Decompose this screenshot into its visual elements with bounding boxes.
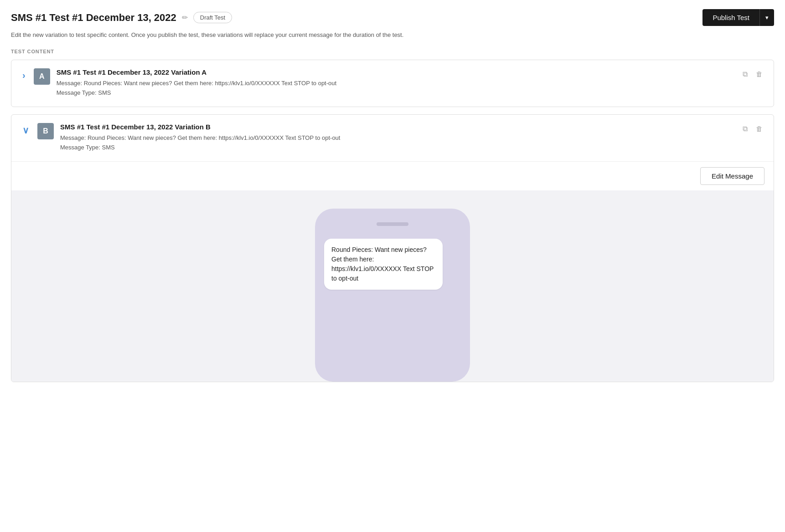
edit-message-row: Edit Message [11, 162, 774, 190]
variation-a-type: Message Type: SMS [57, 88, 734, 97]
variation-b-info: SMS #1 Test #1 December 13, 2022 Variati… [60, 123, 734, 153]
variation-a-card: › A SMS #1 Test #1 December 13, 2022 Var… [11, 60, 774, 107]
variation-a-actions: ⧉ 🗑 [741, 68, 764, 80]
header-right: Publish Test ▾ [702, 9, 774, 26]
variation-a-message: Message: Round Pieces: Want new pieces? … [57, 79, 734, 88]
phone-preview-area: Round Pieces: Want new pieces? Get them … [11, 190, 774, 382]
subtitle-text: Edit the new variation to test specific … [11, 31, 774, 40]
variation-b-avatar: B [37, 123, 54, 139]
page-container: SMS #1 Test #1 December 13, 2022 ✏ Draft… [0, 0, 785, 399]
variation-a-avatar: A [34, 68, 50, 85]
edit-icon[interactable]: ✏ [182, 13, 188, 22]
phone-mockup: Round Pieces: Want new pieces? Get them … [315, 209, 470, 382]
variation-a-title: SMS #1 Test #1 December 13, 2022 Variati… [57, 68, 734, 76]
variation-a-info: SMS #1 Test #1 December 13, 2022 Variati… [57, 68, 734, 98]
variation-a-chevron[interactable]: › [21, 69, 27, 82]
edit-message-button[interactable]: Edit Message [700, 167, 764, 185]
variation-a-header: › A SMS #1 Test #1 December 13, 2022 Var… [11, 60, 774, 107]
variation-b-copy-button[interactable]: ⧉ [741, 123, 749, 135]
variation-a-delete-button[interactable]: 🗑 [754, 68, 764, 80]
variation-b-header: ∨ B SMS #1 Test #1 December 13, 2022 Var… [11, 115, 774, 161]
variation-b-actions: ⧉ 🗑 [741, 123, 764, 135]
variation-b-title: SMS #1 Test #1 December 13, 2022 Variati… [60, 123, 734, 131]
variation-a-copy-button[interactable]: ⧉ [741, 68, 749, 80]
trash-icon-b: 🗑 [756, 125, 763, 133]
section-label: TEST CONTENT [11, 49, 774, 54]
variation-b-card: ∨ B SMS #1 Test #1 December 13, 2022 Var… [11, 114, 774, 382]
trash-icon: 🗑 [756, 70, 763, 78]
publish-dropdown-button[interactable]: ▾ [759, 9, 774, 26]
variation-b-message: Message: Round Pieces: Want new pieces? … [60, 133, 734, 143]
sms-bubble: Round Pieces: Want new pieces? Get them … [324, 239, 443, 290]
copy-icon: ⧉ [743, 70, 748, 78]
variation-b-expanded: Edit Message Round Pieces: Want new piec… [11, 161, 774, 382]
variation-b-delete-button[interactable]: 🗑 [754, 123, 764, 135]
header-row: SMS #1 Test #1 December 13, 2022 ✏ Draft… [11, 9, 774, 26]
variation-b-chevron[interactable]: ∨ [21, 124, 31, 137]
page-title: SMS #1 Test #1 December 13, 2022 [11, 12, 176, 24]
publish-test-button[interactable]: Publish Test [702, 9, 759, 26]
header-left: SMS #1 Test #1 December 13, 2022 ✏ Draft… [11, 12, 232, 24]
variation-b-type: Message Type: SMS [60, 143, 734, 152]
phone-speaker [377, 222, 408, 226]
draft-badge: Draft Test [193, 12, 232, 23]
copy-icon-b: ⧉ [743, 125, 748, 133]
